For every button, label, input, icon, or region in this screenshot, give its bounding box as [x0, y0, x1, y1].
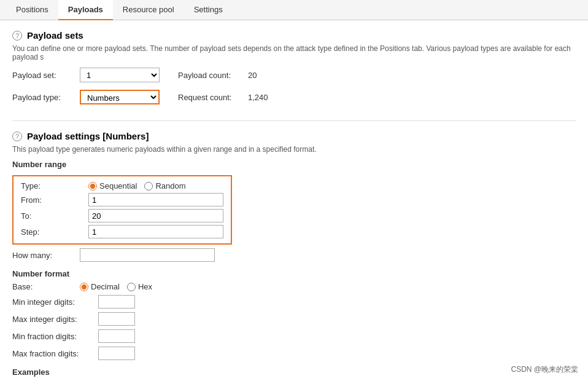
payload-sets-section: ? Payload sets You can define one or mor…	[12, 30, 576, 108]
tab-positions[interactable]: Positions	[6, 0, 58, 20]
section-divider	[12, 120, 576, 121]
payload-sets-title: Payload sets	[27, 30, 83, 41]
base-radio-group: Decimal Hex	[80, 282, 152, 291]
sequential-label: Sequential	[99, 181, 137, 190]
payload-set-select[interactable]: 1	[80, 68, 160, 82]
min-integer-row: Min integer digits:	[12, 295, 576, 308]
max-fraction-input[interactable]	[98, 347, 135, 360]
payload-settings-help-icon[interactable]: ?	[12, 132, 22, 141]
payload-settings-desc: This payload type generates numeric payl…	[12, 145, 576, 154]
to-input[interactable]	[88, 209, 223, 222]
examples-label: Examples	[12, 367, 576, 377]
hex-radio[interactable]	[127, 283, 136, 291]
payload-set-label: Payload set:	[12, 71, 74, 80]
request-count-label: Request count:	[178, 93, 239, 102]
max-integer-row: Max integer digits:	[12, 312, 576, 326]
step-label: Step:	[21, 227, 82, 237]
tab-bar: Positions Payloads Resource pool Setting…	[0, 0, 588, 20]
random-label: Random	[155, 181, 185, 190]
base-row: Base: Decimal Hex	[12, 282, 576, 291]
payload-type-field: Payload type: Numbers Simple list Runtim…	[12, 90, 160, 104]
decimal-label: Decimal	[91, 282, 120, 291]
decimal-option[interactable]: Decimal	[80, 282, 120, 291]
number-format-label: Number format	[12, 269, 576, 278]
type-radio-group: Sequential Random	[88, 181, 186, 190]
type-label: Type:	[21, 181, 82, 190]
how-many-input[interactable]	[80, 248, 215, 262]
min-integer-input[interactable]	[98, 295, 135, 308]
request-count-field: Request count: 1,240	[178, 93, 268, 102]
min-fraction-label: Min fraction digits:	[12, 332, 92, 341]
payload-count-field: Payload count: 20	[178, 71, 257, 80]
max-fraction-row: Max fraction digits:	[12, 347, 576, 360]
base-label: Base:	[12, 282, 74, 291]
payload-set-row: Payload set: 1 Payload count: 20	[12, 68, 576, 86]
payload-settings-section: ? Payload settings [Numbers] This payloa…	[12, 131, 576, 381]
payload-settings-header: ? Payload settings [Numbers]	[12, 131, 576, 141]
payload-count-label: Payload count:	[178, 71, 239, 80]
max-fraction-label: Max fraction digits:	[12, 349, 92, 358]
hex-option[interactable]: Hex	[127, 282, 152, 291]
decimal-radio[interactable]	[80, 283, 88, 291]
number-range-label: Number range	[12, 160, 576, 169]
random-radio[interactable]	[144, 182, 153, 190]
payload-set-field: Payload set: 1	[12, 68, 160, 82]
payload-type-select[interactable]: Numbers Simple list Runtime file Custom …	[80, 90, 160, 104]
main-content: ? Payload sets You can define one or mor…	[0, 20, 588, 381]
from-row: From:	[21, 193, 223, 206]
payload-sets-help-icon[interactable]: ?	[12, 31, 22, 41]
step-row: Step:	[21, 225, 223, 238]
payload-type-row: Payload type: Numbers Simple list Runtim…	[12, 90, 576, 108]
request-count-value: 1,240	[248, 93, 268, 102]
how-many-label: How many:	[12, 251, 74, 260]
step-input[interactable]	[88, 225, 223, 238]
sequential-radio[interactable]	[88, 182, 97, 190]
payload-type-label: Payload type:	[12, 93, 74, 102]
min-integer-label: Min integer digits:	[12, 297, 92, 307]
min-fraction-input[interactable]	[98, 329, 135, 343]
max-integer-input[interactable]	[98, 312, 135, 326]
to-label: To:	[21, 211, 82, 221]
hex-label: Hex	[138, 282, 152, 291]
from-label: From:	[21, 195, 82, 205]
min-fraction-row: Min fraction digits:	[12, 329, 576, 343]
tab-payloads[interactable]: Payloads	[58, 0, 113, 20]
payload-settings-title: Payload settings [Numbers]	[27, 131, 149, 141]
tab-settings[interactable]: Settings	[184, 0, 233, 20]
to-row: To:	[21, 209, 223, 222]
max-integer-label: Max integer digits:	[12, 315, 92, 324]
sequential-option[interactable]: Sequential	[88, 181, 137, 190]
tab-resource-pool[interactable]: Resource pool	[113, 0, 184, 20]
type-row: Type: Sequential Random	[21, 181, 223, 190]
payload-count-value: 20	[248, 71, 257, 80]
payload-sets-header: ? Payload sets	[12, 30, 576, 41]
from-input[interactable]	[88, 193, 223, 206]
payload-sets-desc: You can define one or more payload sets.…	[12, 44, 576, 61]
watermark: CSDN @晚来的荣棠	[511, 364, 578, 375]
random-option[interactable]: Random	[144, 181, 185, 190]
how-many-row: How many:	[12, 248, 576, 262]
number-range-box: Type: Sequential Random From:	[12, 175, 232, 245]
